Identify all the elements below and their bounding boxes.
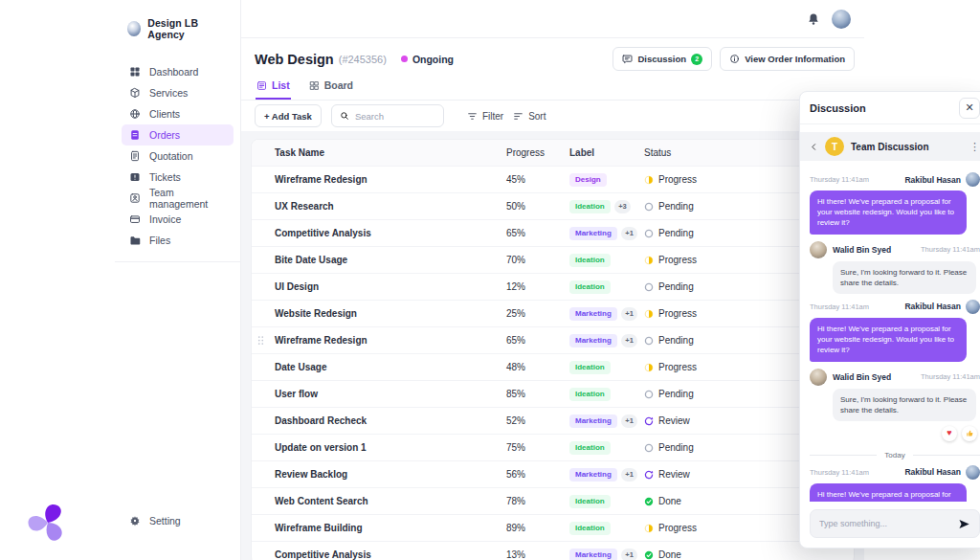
task-progress: 50% bbox=[506, 201, 569, 212]
status-label: Pending bbox=[658, 335, 694, 346]
order-id: (#245356) bbox=[339, 54, 387, 65]
task-progress: 65% bbox=[506, 228, 569, 238]
filter-button[interactable]: Filter bbox=[467, 111, 503, 122]
task-progress: 75% bbox=[506, 442, 569, 453]
progress-status-icon bbox=[644, 363, 654, 372]
table-row[interactable]: Competitive Analysis13%Marketing+1Done bbox=[252, 541, 854, 560]
table-row[interactable]: Wireframe Building89%IdeationProgress bbox=[252, 514, 854, 541]
task-name: Competitive Analysis bbox=[252, 228, 506, 238]
task-progress: 56% bbox=[506, 469, 569, 480]
progress-status-icon bbox=[644, 524, 654, 533]
dashboard-icon bbox=[128, 66, 141, 78]
chevron-left-icon[interactable] bbox=[810, 143, 818, 151]
table-row[interactable]: User flow85%IdeationPending bbox=[252, 380, 854, 407]
table-row[interactable]: Web Content Search78%IdeationDone bbox=[252, 487, 854, 514]
thread-bar: T Team Discussion ⋮ bbox=[800, 132, 980, 161]
divider-label: Today bbox=[884, 451, 904, 459]
sidebar-item-services[interactable]: Services bbox=[122, 82, 234, 103]
task-labels: Ideation bbox=[569, 522, 644, 535]
sidebar-item-quotation[interactable]: Quotation bbox=[122, 146, 234, 167]
task-progress: 52% bbox=[506, 415, 569, 426]
sidebar-item-invoice[interactable]: Invoice bbox=[122, 209, 234, 230]
task-labels: Marketing+1 bbox=[569, 549, 644, 560]
view-order-information-button[interactable]: View Order Information bbox=[720, 47, 855, 71]
message-meta: Walid Bin SyedThursday 11:41am bbox=[810, 369, 980, 386]
sidebar-item-label: Invoice bbox=[149, 213, 181, 225]
label-pill: Ideation bbox=[569, 254, 611, 267]
status-label: Progress bbox=[658, 308, 697, 319]
brand-name: Design LB Agency bbox=[147, 17, 228, 40]
task-labels: Ideation bbox=[569, 361, 644, 374]
sidebar-item-clients[interactable]: Clients bbox=[122, 103, 234, 124]
heart-reaction[interactable]: ♥ bbox=[942, 426, 957, 441]
sidebar-item-files[interactable]: Files bbox=[122, 230, 234, 251]
add-task-button[interactable]: + Add Task bbox=[255, 104, 322, 127]
sidebar-nav: DashboardServicesClientsOrdersQuotationT… bbox=[115, 61, 240, 251]
table-row[interactable]: Bite Date Usage70%IdeationProgress bbox=[252, 246, 854, 273]
app-frame: Design LB Agency DashboardServicesClient… bbox=[115, 0, 864, 560]
thumbs-up-reaction[interactable] bbox=[962, 426, 977, 441]
sidebar-item-label: Tickets bbox=[149, 171, 181, 183]
task-progress: 12% bbox=[506, 281, 569, 292]
search-input[interactable] bbox=[355, 111, 435, 122]
send-icon[interactable] bbox=[958, 518, 970, 530]
bell-icon[interactable] bbox=[807, 12, 820, 26]
orders-icon bbox=[128, 129, 141, 142]
sort-icon bbox=[513, 111, 523, 122]
label-pill: Marketing bbox=[569, 227, 617, 240]
task-name: Update on version 1 bbox=[252, 442, 506, 453]
table-row[interactable]: Competitive Analysis65%Marketing+1Pendin… bbox=[252, 219, 854, 246]
tab-board[interactable]: Board bbox=[308, 75, 354, 100]
table-row[interactable]: Wireframe Redesign45%DesignProgress bbox=[252, 166, 854, 192]
label-extra-count: +1 bbox=[621, 468, 638, 482]
sidebar-item-team-management[interactable]: Team management bbox=[122, 188, 234, 209]
status-label: Done bbox=[658, 496, 681, 506]
task-name: Review Backlog bbox=[252, 469, 506, 480]
task-name: Wireframe Redesign bbox=[252, 335, 506, 346]
sidebar-item-setting[interactable]: Setting bbox=[122, 510, 234, 531]
topbar bbox=[241, 0, 864, 38]
list-icon bbox=[256, 80, 267, 91]
discussion-button[interactable]: Discussion 2 bbox=[612, 47, 712, 71]
table-row[interactable]: UI Design12%IdeationPending bbox=[252, 273, 854, 300]
table-row[interactable]: Review Backlog56%Marketing+1Review bbox=[252, 460, 854, 487]
task-progress: 45% bbox=[506, 174, 569, 185]
message-reactions: ♥ bbox=[810, 426, 980, 441]
table-row[interactable]: Date Usage48%IdeationProgress bbox=[252, 353, 854, 380]
sidebar-item-dashboard[interactable]: Dashboard bbox=[122, 61, 234, 82]
table-row[interactable]: Website Redesign25%Marketing+1Progress bbox=[252, 300, 854, 326]
table-row[interactable]: UX Research50%Ideation+3Pending bbox=[252, 192, 854, 219]
setting-icon bbox=[128, 515, 141, 527]
outgoing-message-bubble: Hi there! We've prepared a proposal for … bbox=[810, 190, 967, 235]
sidebar-item-tickets[interactable]: Tickets bbox=[122, 167, 234, 188]
task-labels: Marketing+1 bbox=[569, 307, 644, 321]
sidebar-item-label: Orders bbox=[149, 129, 180, 141]
table-row[interactable]: Dashboard Recheck52%Marketing+1Review bbox=[252, 407, 854, 434]
sort-button[interactable]: Sort bbox=[513, 111, 546, 122]
sender-avatar bbox=[810, 241, 827, 258]
done-status-icon bbox=[644, 550, 654, 560]
sidebar-item-orders[interactable]: Orders bbox=[122, 124, 234, 146]
discussion-panel: Discussion ✕ T Team Discussion ⋮ Thursda… bbox=[799, 91, 980, 549]
label-pill: Ideation bbox=[569, 522, 611, 535]
label-pill: Ideation bbox=[569, 280, 611, 294]
progress-status-icon bbox=[644, 175, 654, 185]
tab-list[interactable]: List bbox=[256, 75, 291, 100]
table-row[interactable]: Update on version 175%IdeationPending bbox=[252, 434, 854, 460]
label-pill: Ideation bbox=[569, 495, 611, 508]
user-avatar[interactable] bbox=[832, 10, 851, 29]
filter-label: Filter bbox=[482, 111, 503, 122]
message-input[interactable] bbox=[819, 519, 952, 528]
drag-handle-icon[interactable] bbox=[257, 335, 264, 347]
sender-name: Walid Bin Syed bbox=[833, 372, 891, 382]
close-icon[interactable]: ✕ bbox=[959, 98, 980, 119]
page-title: Web Design bbox=[255, 52, 334, 67]
kebab-menu-icon[interactable]: ⋮ bbox=[969, 141, 980, 153]
message-time: Thursday 11:41am bbox=[921, 245, 980, 254]
info-icon bbox=[729, 54, 740, 64]
date-divider: Today bbox=[810, 451, 980, 459]
task-name: Dashboard Recheck bbox=[252, 415, 506, 426]
sender-name: Rakibul Hasan bbox=[904, 175, 961, 185]
status-label: Review bbox=[658, 415, 690, 426]
table-row[interactable]: Wireframe Redesign65%Marketing+1Pending bbox=[252, 326, 854, 353]
